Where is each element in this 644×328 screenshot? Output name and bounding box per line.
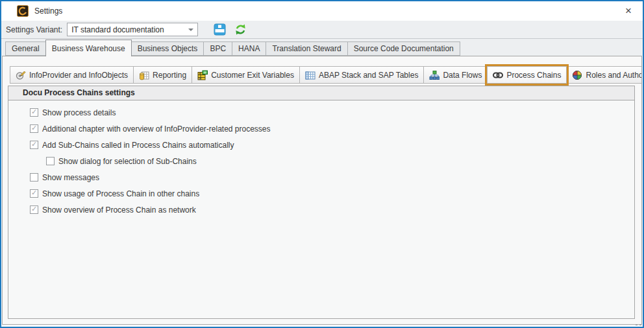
setting-row: ✓Show overview of Process Chain as netwo… bbox=[8, 202, 634, 218]
subtab-label: Customer Exit Variables bbox=[211, 71, 294, 80]
data-flow-tree-icon bbox=[429, 70, 440, 80]
setting-row: ✓Show usage of Process Chain in other ch… bbox=[8, 185, 634, 202]
titlebar: Settings × bbox=[1, 1, 643, 21]
tab-general[interactable]: General bbox=[5, 41, 46, 56]
close-button[interactable]: × bbox=[614, 1, 643, 21]
refresh-icon bbox=[234, 23, 247, 36]
roles-pie-icon bbox=[572, 70, 582, 80]
save-variant-button[interactable] bbox=[214, 23, 226, 36]
main-tab-bar: GeneralBusiness WarehouseBusiness Object… bbox=[1, 39, 643, 56]
variables-table-icon: XW bbox=[197, 70, 208, 80]
subtab-label: Roles and Authorizations bbox=[586, 71, 642, 80]
setting-label: Show dialog for selection of Sub-Chains bbox=[58, 157, 197, 166]
subtab-process-chains[interactable]: Process Chains bbox=[487, 66, 567, 84]
setting-row: ✓Show process details bbox=[8, 104, 634, 121]
window-title: Settings bbox=[34, 6, 62, 16]
setting-row: Show messages bbox=[8, 169, 634, 185]
setting-label: Show overview of Process Chain as networ… bbox=[42, 205, 196, 215]
subtab-roles-and-authorizations[interactable]: Roles and Authorizations bbox=[566, 66, 642, 84]
setting-row: ✓Additional chapter with overview of Inf… bbox=[8, 121, 634, 137]
checkbox-checked[interactable]: ✓ bbox=[30, 124, 38, 133]
chevron-down-icon bbox=[188, 29, 193, 31]
checkbox-list: ✓Show process details✓Additional chapter… bbox=[8, 100, 634, 218]
subtab-abap-stack-and-sap-tables[interactable]: ABAP Stack and SAP Tables bbox=[299, 66, 424, 84]
setting-label: Add Sub-Chains called in Process Chains … bbox=[42, 141, 234, 150]
tab-translation-steward[interactable]: Translation Steward bbox=[266, 41, 347, 56]
subtab-label: Process Chains bbox=[506, 71, 561, 80]
subtab-label: Data Flows bbox=[443, 71, 482, 80]
settings-variant-dropdown[interactable]: IT standard documentation bbox=[67, 23, 198, 36]
checkbox-checked[interactable]: ✓ bbox=[30, 141, 38, 149]
tab-bpc[interactable]: BPC bbox=[203, 41, 232, 56]
checkbox-checked[interactable]: ✓ bbox=[30, 205, 38, 214]
setting-label: Show usage of Process Chain in other cha… bbox=[42, 189, 199, 198]
tab-business-warehouse[interactable]: Business Warehouse bbox=[45, 40, 132, 56]
subtab-reporting[interactable]: Reporting bbox=[133, 66, 192, 84]
panel-title: Docu Process Chains settings bbox=[8, 86, 634, 100]
setting-label: Additional chapter with overview of Info… bbox=[42, 124, 271, 134]
settings-variant-value: IT standard documentation bbox=[71, 25, 188, 34]
refresh-button[interactable] bbox=[234, 23, 247, 36]
sap-table-icon bbox=[305, 70, 316, 80]
tab-source-code-documentation[interactable]: Source Code Documentation bbox=[347, 41, 460, 56]
setting-label: Show process details bbox=[42, 108, 116, 117]
svg-text:X: X bbox=[199, 72, 201, 75]
settings-variant-row: Settings Variant: IT standard documentat… bbox=[1, 21, 643, 39]
checkbox-checked[interactable]: ✓ bbox=[30, 189, 38, 198]
tab-business-objects[interactable]: Business Objects bbox=[131, 41, 204, 56]
setting-label: Show messages bbox=[42, 173, 99, 182]
subtab-data-flows[interactable]: Data Flows bbox=[423, 66, 488, 84]
subtab-label: ABAP Stack and SAP Tables bbox=[319, 71, 418, 80]
tab-hana[interactable]: HANA bbox=[232, 41, 266, 56]
app-logo-icon bbox=[17, 5, 29, 17]
bw-sub-tab-bar: InfoProvider and InfoObjectsReportingXWC… bbox=[10, 65, 641, 84]
subtab-label: InfoProvider and InfoObjects bbox=[29, 71, 128, 80]
subtab-label: Reporting bbox=[153, 71, 186, 80]
setting-row: ✓Add Sub-Chains called in Process Chains… bbox=[8, 137, 634, 153]
setting-row: Show dialog for selection of Sub-Chains bbox=[8, 153, 634, 169]
subtab-infoprovider-and-infoobjects[interactable]: InfoProvider and InfoObjects bbox=[10, 66, 134, 84]
save-floppy-icon bbox=[214, 23, 226, 36]
target-pencil-icon bbox=[16, 70, 26, 80]
process-chains-settings-panel: Docu Process Chains settings ✓Show proce… bbox=[8, 86, 635, 319]
chain-link-icon bbox=[493, 70, 503, 80]
settings-variant-label: Settings Variant: bbox=[6, 25, 62, 34]
business-warehouse-page: InfoProvider and InfoObjectsReportingXWC… bbox=[2, 56, 642, 325]
report-database-icon bbox=[139, 70, 149, 80]
checkbox-unchecked[interactable] bbox=[30, 173, 38, 182]
settings-dialog: Settings × Settings Variant: IT standard… bbox=[0, 0, 644, 328]
svg-text:W: W bbox=[199, 76, 201, 80]
checkbox-checked[interactable]: ✓ bbox=[30, 108, 38, 117]
subtab-customer-exit-variables[interactable]: XWCustomer Exit Variables bbox=[192, 66, 300, 84]
checkbox-unchecked[interactable] bbox=[46, 157, 55, 165]
